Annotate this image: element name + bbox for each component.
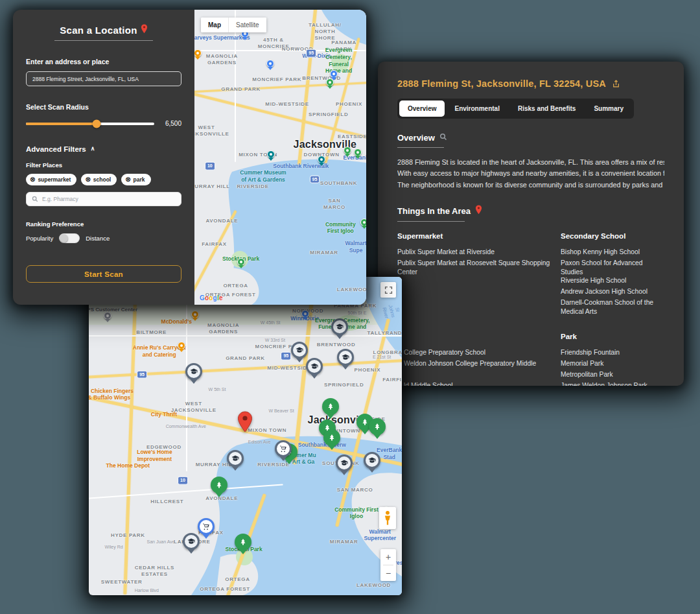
area-list-item: Darnell-Cookman School of the Medical Ar… [561,298,664,316]
school-marker[interactable] [336,455,353,471]
scan-map[interactable]: Harveys SupermarketsHILLS45TH & MONCRIEF… [194,10,366,305]
area-column: SupermarketPublix Super Market at Rivers… [397,232,561,316]
park-marker[interactable] [211,477,228,493]
report-title-row: 2888 Fleming St, Jacksonville, FL 32254,… [397,78,664,89]
school-marker[interactable] [306,358,323,375]
scan-sidebar: Scan a Location Enter an address or plac… [13,10,194,305]
address-input[interactable]: 2888 Fleming Street, Jacksonville, FL, U… [26,71,181,86]
school-marker[interactable] [227,450,244,467]
tab-overview[interactable]: Overview [399,100,445,117]
slider-fill [26,123,97,125]
school-marker[interactable] [291,342,308,359]
tab-risks-and-benefits[interactable]: Risks and Benefits [509,100,584,117]
poi-marker[interactable] [360,218,366,226]
poi-marker[interactable] [326,78,334,86]
overview-underline [397,147,444,148]
chip-label: park [134,176,145,183]
ranking-toggle[interactable] [59,233,80,243]
remove-chip-icon[interactable]: ⊗ [30,176,35,183]
report-tabs: OverviewEnvironmentalRisks and BenefitsS… [397,99,634,119]
tab-environmental[interactable]: Environmental [446,100,508,117]
advanced-filters-label: Advanced Filters [26,145,86,153]
start-scan-button[interactable]: Start Scan [26,265,181,283]
area-column-heading: Park [561,333,664,342]
poi-marker[interactable] [301,310,309,318]
tab-summary[interactable]: Summary [585,100,632,117]
poi-marker[interactable] [237,258,245,266]
address-value: 2888 Fleming Street, Jacksonville, FL, U… [32,76,139,82]
scan-window: Scan a Location Enter an address or plac… [13,10,366,305]
zoom-out-button[interactable]: − [380,565,396,581]
filter-chip-school[interactable]: ⊗school [81,174,117,185]
location-pin-icon [141,24,148,36]
poi-marker[interactable] [194,49,202,57]
ranking-label: Ranking Preference [26,220,181,228]
fullscreen-icon[interactable] [380,282,396,298]
school-marker[interactable] [337,349,354,366]
poi-marker[interactable] [354,148,362,156]
things-underline [397,221,465,222]
area-list-item: Weldon Johnson College Preparatory Middl… [404,359,561,370]
toggle-knob [60,234,68,242]
supermarket-marker[interactable] [198,518,215,535]
share-icon[interactable] [612,80,620,88]
park-marker[interactable] [235,534,251,550]
slider-knob[interactable] [92,119,100,128]
search-icon [32,196,38,202]
pegman-icon[interactable] [379,507,396,529]
chevron-up-icon: ∧ [91,145,95,152]
area-column: Secondary SchoolBishop Kenny High School… [561,232,664,316]
area-list-item: Paxon School for Advanced Studies [561,259,664,276]
park-marker[interactable] [322,398,339,415]
area-column-heading: Supermarket [397,232,561,241]
area-columns-row2: College Preparatory SchoolWeldon Johnson… [397,333,664,386]
overview-line: With easy access to major highways and n… [397,168,664,179]
ranking-distance-label: Distance [86,235,110,242]
scanned-location-marker[interactable] [237,411,253,433]
poi-marker[interactable] [267,150,275,158]
magnifier-icon [439,133,447,143]
area-column-heading [404,333,561,342]
filter-search-input[interactable]: E.g. Pharmacy [26,192,181,206]
filter-chip-supermarket[interactable]: ⊗supermarket [26,174,76,185]
overview-paragraph: 2888 Fleming St is located in the heart … [397,157,664,191]
school-marker[interactable] [331,318,348,335]
poi-marker[interactable] [104,312,111,320]
area-list-item: Riverside High School [561,276,664,287]
poi-marker[interactable] [344,147,351,154]
report-panel: 2888 Fleming St, Jacksonville, FL 32254,… [378,62,684,386]
poi-marker[interactable] [191,311,199,318]
supermarket-marker[interactable] [275,440,292,457]
poi-marker[interactable] [318,156,325,163]
school-marker[interactable] [185,363,202,380]
remove-chip-icon[interactable]: ⊗ [85,176,90,183]
filter-chip-park[interactable]: ⊗park [121,174,150,185]
scan-title: Scan a Location [60,25,137,36]
park-marker[interactable] [369,418,386,435]
area-column: College Preparatory SchoolWeldon Johnson… [397,333,561,386]
school-marker[interactable] [364,452,380,469]
map-type-map-button[interactable]: Map [201,18,228,32]
remove-chip-icon[interactable]: ⊗ [125,176,130,183]
water-area [194,10,366,305]
poi-marker[interactable] [178,342,185,349]
filter-chips: ⊗supermarket⊗school⊗park [26,174,181,185]
radius-slider[interactable] [26,123,154,125]
park-marker[interactable] [323,429,340,446]
map-type-satellite-button[interactable]: Satellite [228,18,266,32]
google-logo: Google [200,294,223,301]
overview-line: The neighborhood is known for its divers… [397,180,664,191]
results-map[interactable]: PS Customer CenterMcDonald'sMAGNOLIA GAR… [89,277,402,595]
overview-line: 2888 Fleming St is located in the heart … [397,157,664,168]
overview-heading: Overview [397,133,435,143]
zoom-in-button[interactable]: + [380,549,396,565]
poi-marker[interactable] [330,70,338,78]
radius-label: Select Scan Radius [26,103,181,111]
area-list-item: College Preparatory School [404,348,561,359]
advanced-filters-toggle[interactable]: Advanced Filters ∧ [26,145,181,153]
school-marker[interactable] [183,533,200,550]
things-heading: Things In the Area [397,206,471,216]
area-list-item: Friendship Fountain [561,348,664,359]
filter-places-label: Filter Places [26,161,181,169]
poi-marker[interactable] [266,60,274,67]
